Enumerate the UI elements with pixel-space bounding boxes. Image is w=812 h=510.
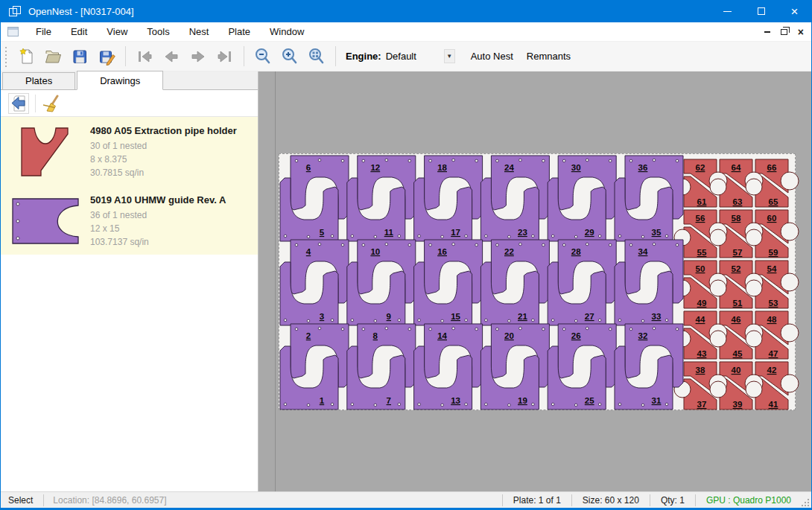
purple-pair-6-5[interactable] (280, 156, 349, 241)
menu-file[interactable]: File (26, 23, 61, 40)
svg-text:29: 29 (585, 228, 594, 237)
purple-pair-10-9[interactable] (347, 240, 416, 325)
engine-select-value[interactable]: Default (386, 51, 444, 62)
status-bar: Select Location: [84.8696, 60.6957] Plat… (1, 491, 811, 508)
svg-text:3: 3 (320, 312, 324, 321)
svg-text:52: 52 (732, 264, 741, 273)
nav-first-button[interactable] (133, 45, 156, 68)
tab-drawings[interactable]: Drawings (77, 71, 163, 90)
purple-pair-2-1[interactable] (280, 324, 349, 409)
mdi-close-icon[interactable]: × (798, 27, 804, 37)
save-button[interactable] (69, 45, 91, 68)
purple-pair-26-25[interactable] (548, 324, 616, 409)
open-file-button[interactable] (42, 45, 64, 68)
purple-pair-4-3[interactable] (280, 240, 349, 325)
save-as-icon (98, 48, 115, 66)
purple-pair-24-23[interactable] (480, 156, 549, 241)
purple-pair-18-17[interactable] (414, 156, 483, 241)
menu-nest[interactable]: Nest (180, 23, 219, 40)
svg-text:24: 24 (504, 163, 514, 172)
svg-text:27: 27 (585, 312, 594, 321)
svg-text:57: 57 (733, 248, 743, 257)
svg-text:55: 55 (697, 248, 707, 257)
purple-pair-12-11[interactable] (347, 156, 416, 241)
nav-last-button[interactable] (214, 45, 236, 68)
svg-text:42: 42 (767, 366, 777, 374)
engine-dropdown-button[interactable]: ▼ (444, 49, 455, 63)
svg-text:59: 59 (769, 248, 778, 257)
save-as-button[interactable] (95, 45, 118, 68)
menu-view[interactable]: View (97, 23, 137, 40)
send-back-button[interactable] (8, 93, 29, 114)
mdi-restore-icon[interactable] (781, 29, 787, 35)
svg-text:64: 64 (732, 163, 741, 172)
maximize-button[interactable] (744, 0, 778, 22)
minimize-icon (723, 11, 732, 12)
menu-tools[interactable]: Tools (137, 23, 179, 40)
drawing-nested-count: 36 of 1 nested (90, 208, 226, 222)
purple-pair-30-29[interactable] (548, 156, 616, 241)
toolbar-gripper[interactable] (4, 46, 8, 67)
svg-text:32: 32 (638, 331, 648, 340)
auto-nest-button[interactable]: Auto Nest (471, 51, 513, 62)
drawings-toolbar (1, 90, 258, 117)
purple-pair-34-33[interactable] (615, 240, 683, 325)
clean-brush-icon (43, 95, 61, 112)
new-file-button[interactable] (15, 45, 37, 68)
drawing-thumbnail-purple (10, 196, 81, 246)
nav-prev-icon (162, 47, 181, 66)
purple-pair-14-13[interactable] (414, 324, 483, 409)
purple-pair-32-31[interactable] (615, 324, 683, 409)
zoom-extents-button[interactable] (305, 45, 328, 68)
svg-text:53: 53 (769, 299, 778, 307)
svg-text:2: 2 (306, 331, 311, 340)
purple-pair-36-35[interactable] (615, 156, 683, 241)
svg-text:50: 50 (696, 264, 705, 273)
nav-prev-button[interactable] (160, 45, 183, 68)
nav-next-button[interactable] (187, 45, 209, 68)
svg-text:33: 33 (652, 312, 662, 321)
nav-last-icon (215, 47, 235, 66)
svg-text:23: 23 (518, 228, 527, 237)
drawing-nested-count: 30 of 1 nested (90, 139, 237, 153)
drawing-item-1[interactable]: 4980 A05 Extraction pipe holder 30 of 1 … (1, 117, 258, 186)
document-icon[interactable] (7, 27, 19, 36)
close-button[interactable]: × (778, 0, 811, 22)
menu-window[interactable]: Window (260, 23, 314, 40)
svg-text:18: 18 (437, 163, 447, 172)
zoom-out-button[interactable] (252, 45, 274, 68)
purple-pair-22-21[interactable] (480, 240, 549, 325)
nest-canvas[interactable]: 6261646366655655585760595049525154534443… (258, 71, 811, 491)
svg-text:61: 61 (697, 197, 707, 206)
purple-pair-16-15[interactable] (414, 240, 483, 325)
nav-next-icon (188, 47, 208, 66)
svg-text:44: 44 (696, 315, 705, 324)
drawing-item-2[interactable]: 5019 A10 UHMW guide Rev. A 36 of 1 neste… (1, 186, 258, 255)
minimize-button[interactable] (711, 0, 744, 22)
nest-svg[interactable]: 6261646366655655585760595049525154534443… (279, 154, 795, 409)
plate[interactable]: 6261646366655655585760595049525154534443… (279, 153, 796, 410)
svg-text:10: 10 (370, 247, 380, 256)
svg-text:43: 43 (697, 349, 707, 358)
drawing-title: 5019 A10 UHMW guide Rev. A (90, 194, 226, 205)
purple-pair-8-7[interactable] (347, 324, 416, 409)
zoom-in-button[interactable] (279, 45, 301, 68)
purple-pair-28-27[interactable] (548, 240, 616, 325)
svg-text:60: 60 (767, 214, 777, 223)
mdi-minimize-icon[interactable] (764, 31, 770, 33)
zoom-extents-icon (307, 47, 326, 66)
menu-edit[interactable]: Edit (61, 23, 97, 40)
zoom-out-icon (253, 47, 273, 66)
clean-brush-button[interactable] (42, 93, 63, 114)
resize-grip[interactable] (802, 499, 809, 506)
svg-text:54: 54 (767, 264, 777, 273)
remnants-button[interactable]: Remnants (527, 51, 571, 62)
tab-plates[interactable]: Plates (2, 72, 75, 90)
svg-text:26: 26 (571, 331, 581, 340)
menu-plate[interactable]: Plate (218, 23, 260, 40)
svg-text:47: 47 (769, 349, 778, 358)
svg-text:39: 39 (733, 400, 743, 409)
svg-text:30: 30 (571, 163, 581, 172)
main-toolbar: Engine: Default ▼ Auto Nest Remnants (1, 42, 811, 71)
purple-pair-20-19[interactable] (480, 324, 549, 409)
